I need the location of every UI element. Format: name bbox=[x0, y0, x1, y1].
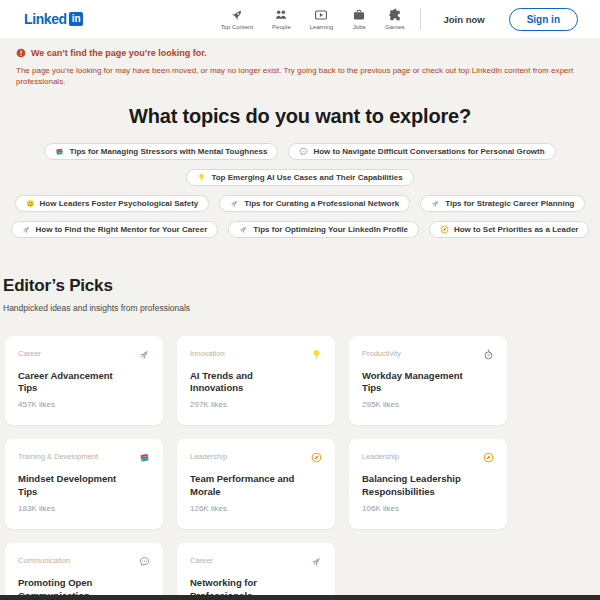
card-header: Innovation bbox=[190, 349, 322, 360]
card-icon bbox=[311, 452, 322, 463]
nav-item-label: Games bbox=[385, 24, 404, 30]
card-icon bbox=[139, 556, 150, 567]
nav-item-label: Top Content bbox=[221, 24, 253, 30]
card-icon bbox=[483, 349, 494, 360]
card-icon bbox=[139, 349, 150, 360]
card-title: Team Performance and Morale bbox=[190, 473, 322, 499]
nav-item[interactable]: Top Content bbox=[221, 8, 253, 30]
pill-row-2: Top Emerging AI Use Cases and Their Capa… bbox=[186, 169, 413, 186]
card-icon bbox=[483, 452, 494, 463]
join-now-button[interactable]: Join now bbox=[437, 13, 490, 26]
card-icon bbox=[311, 556, 322, 567]
topic-pill[interactable]: How to Find the Right Mentor for Your Ca… bbox=[11, 221, 219, 238]
nav-icon bbox=[388, 8, 402, 22]
topic-pill[interactable]: Tips for Optimizing Your LinkedIn Profil… bbox=[228, 221, 419, 238]
pill-icon bbox=[431, 199, 440, 208]
topic-pill[interactable]: Tips for Curating a Professional Network bbox=[219, 195, 410, 212]
pill-icon bbox=[22, 225, 31, 234]
nav-icon bbox=[230, 8, 244, 22]
card-likes-count: 183K likes bbox=[18, 504, 150, 513]
card-header: Leadership bbox=[362, 452, 494, 463]
nav-icon bbox=[274, 8, 288, 22]
card-title: Balancing Leadership Responsibilities bbox=[362, 473, 494, 499]
card-icon bbox=[311, 349, 322, 360]
editors-picks-section: Editor’s Picks Handpicked ideas and insi… bbox=[3, 276, 600, 313]
nav-item[interactable]: Games bbox=[385, 8, 404, 30]
card-header: Career bbox=[18, 349, 150, 360]
topic-card[interactable]: Productivity Workday Management Tips 295… bbox=[349, 336, 507, 426]
topic-card[interactable]: Training & Development Mindset Developme… bbox=[5, 439, 163, 529]
topic-pill-label: Tips for Managing Stressors with Mental … bbox=[69, 147, 267, 156]
pill-icon bbox=[299, 147, 308, 156]
topic-pill-rows: Tips for Managing Stressors with Mental … bbox=[0, 143, 600, 238]
nav-item[interactable]: People bbox=[272, 8, 291, 30]
banner-title-row: We can’t find the page you’re looking fo… bbox=[16, 48, 584, 58]
card-likes-count: 457K likes bbox=[18, 400, 150, 409]
banner-description: The page you’re looking for may have bee… bbox=[16, 66, 584, 88]
nav-item-label: Learning bbox=[310, 24, 333, 30]
topic-pill-label: Top Emerging AI Use Cases and Their Capa… bbox=[211, 173, 402, 182]
editors-picks-heading: Editor’s Picks bbox=[3, 276, 600, 296]
card-likes-count: 297K likes bbox=[190, 400, 322, 409]
pill-icon bbox=[197, 173, 206, 182]
nav-icon bbox=[314, 8, 328, 22]
topic-pill[interactable]: How to Navigate Difficult Conversations … bbox=[288, 143, 555, 160]
pill-icon bbox=[440, 225, 449, 234]
card-title: Mindset Development Tips bbox=[18, 473, 150, 499]
topic-card[interactable]: Leadership Team Performance and Morale 1… bbox=[177, 439, 335, 529]
topic-pill-label: Tips for Curating a Professional Network bbox=[244, 199, 399, 208]
topic-card[interactable]: Communication Promoting Open Communicati… bbox=[5, 543, 163, 600]
nav-item-label: People bbox=[272, 24, 291, 30]
pill-icon bbox=[26, 199, 35, 208]
editors-picks-grid: Career Career Advancement Tips 457K like… bbox=[5, 336, 600, 600]
pill-icon bbox=[239, 225, 248, 234]
topic-pill[interactable]: How Leaders Foster Psychological Safety bbox=[15, 195, 210, 212]
explore-heading: What topics do you want to explore? bbox=[0, 105, 600, 128]
card-category: Innovation bbox=[190, 349, 225, 358]
editors-picks-subtitle: Handpicked ideas and insights from profe… bbox=[3, 303, 600, 313]
linkedin-logo-text: Linked bbox=[24, 11, 67, 27]
topic-pill-label: How to Navigate Difficult Conversations … bbox=[313, 147, 544, 156]
topic-card[interactable]: Career Networking for Professionals 81K … bbox=[177, 543, 335, 600]
pill-icon bbox=[230, 199, 239, 208]
card-category: Communication bbox=[18, 556, 70, 565]
banner-title: We can’t find the page you’re looking fo… bbox=[31, 48, 207, 58]
topic-pill[interactable]: How to Set Priorities as a Leader bbox=[429, 221, 589, 238]
card-header: Productivity bbox=[362, 349, 494, 360]
card-category: Leadership bbox=[362, 452, 399, 461]
card-likes-count: 295K likes bbox=[362, 400, 494, 409]
card-header: Leadership bbox=[190, 452, 322, 463]
pill-row-4: How to Find the Right Mentor for Your Ca… bbox=[11, 221, 590, 238]
topic-card[interactable]: Innovation AI Trends and Innovations 297… bbox=[177, 336, 335, 426]
page-not-found-banner: We can’t find the page you’re looking fo… bbox=[0, 38, 600, 92]
topic-card[interactable]: Leadership Balancing Leadership Responsi… bbox=[349, 439, 507, 529]
alert-icon bbox=[16, 48, 26, 58]
topic-pill-label: How to Set Priorities as a Leader bbox=[454, 225, 578, 234]
topic-pill[interactable]: Top Emerging AI Use Cases and Their Capa… bbox=[186, 169, 413, 186]
linkedin-logo[interactable]: Linked in bbox=[24, 11, 83, 27]
topic-card[interactable]: Career Career Advancement Tips 457K like… bbox=[5, 336, 163, 426]
nav-item[interactable]: Learning bbox=[310, 8, 333, 30]
card-title: Workday Management Tips bbox=[362, 370, 494, 396]
nav-item[interactable]: Jobs bbox=[352, 8, 366, 30]
topic-pill[interactable]: Tips for Strategic Career Planning bbox=[420, 195, 585, 212]
card-likes-count: 106K likes bbox=[362, 504, 494, 513]
nav-item-label: Jobs bbox=[353, 24, 366, 30]
card-category: Career bbox=[18, 349, 41, 358]
card-title: Career Advancement Tips bbox=[18, 370, 150, 396]
nav-divider bbox=[420, 8, 421, 30]
card-category: Training & Development bbox=[18, 452, 98, 461]
nav-icon bbox=[352, 8, 366, 22]
card-category: Leadership bbox=[190, 452, 227, 461]
topic-pill-label: How Leaders Foster Psychological Safety bbox=[40, 199, 199, 208]
linkedin-in-badge: in bbox=[69, 12, 83, 26]
top-navbar: Linked in Top Content People Learning Jo… bbox=[0, 0, 600, 38]
sign-in-button[interactable]: Sign in bbox=[509, 8, 578, 31]
card-category: Productivity bbox=[362, 349, 401, 358]
card-header: Career bbox=[190, 556, 322, 567]
pill-row-1: Tips for Managing Stressors with Mental … bbox=[44, 143, 555, 160]
main-nav: Top Content People Learning Jobs Games bbox=[221, 8, 405, 30]
pill-row-3: How Leaders Foster Psychological Safety … bbox=[15, 195, 586, 212]
card-header: Communication bbox=[18, 556, 150, 567]
topic-pill[interactable]: Tips for Managing Stressors with Mental … bbox=[44, 143, 278, 160]
